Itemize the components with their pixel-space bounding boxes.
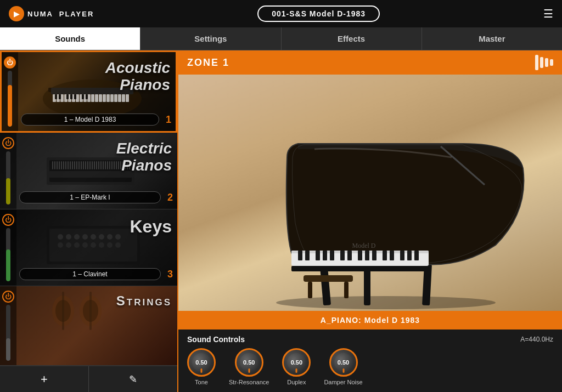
svg-rect-112: [305, 251, 310, 260]
damper-noise-knob[interactable]: 0.50: [329, 348, 358, 377]
svg-rect-120: [372, 251, 376, 260]
svg-point-81: [74, 242, 80, 248]
menu-button[interactable]: ☰: [543, 8, 553, 19]
svg-rect-29: [86, 94, 88, 99]
svg-rect-24: [59, 94, 61, 99]
svg-point-90: [82, 251, 88, 256]
card-1-zone: 1: [166, 114, 171, 126]
svg-rect-45: [78, 161, 80, 169]
svg-rect-57: [105, 161, 106, 169]
zone-bar-4: [550, 59, 553, 66]
svg-point-73: [74, 234, 80, 240]
svg-rect-37: [61, 161, 62, 169]
svg-point-91: [91, 251, 96, 256]
duplex-knob[interactable]: 0.50: [282, 348, 311, 377]
sound-card-3[interactable]: ⏻ Keys 1 – Clavinet 3: [0, 209, 177, 286]
svg-rect-97: [62, 292, 64, 330]
card-2-zone: 2: [167, 192, 173, 203]
svg-rect-115: [330, 251, 334, 260]
sound-controls-header: Sound Controls A=440.0Hz: [187, 335, 553, 344]
add-sound-button[interactable]: +: [0, 366, 89, 392]
card-2-preset: 1 – EP-Mark I: [19, 191, 161, 203]
svg-rect-51: [92, 161, 93, 169]
svg-rect-33: [52, 161, 53, 169]
sound-card-4[interactable]: ⏻ Strings: [0, 286, 177, 366]
card-2-level-fill: [6, 178, 10, 205]
svg-rect-125: [414, 251, 419, 260]
card-3-level-bar: [6, 228, 10, 281]
card-1-left-strip: ⏻: [2, 52, 18, 131]
svg-rect-52: [94, 161, 95, 169]
svg-point-83: [91, 242, 96, 248]
svg-rect-39: [65, 161, 66, 169]
sound-card-1[interactable]: ⏻ AcousticPianos 1 – Model D 1983 1: [0, 50, 177, 133]
edit-sound-button[interactable]: ✎: [89, 366, 177, 392]
card-3-left-strip: ⏻: [0, 209, 16, 286]
duplex-knob-label: Duplex: [287, 379, 306, 385]
str-resonance-knob[interactable]: 0.50: [235, 348, 263, 377]
svg-rect-126: [291, 266, 429, 271]
svg-rect-121: [383, 251, 387, 260]
logo-arrow: ▶: [9, 6, 24, 21]
card-3-power-button[interactable]: ⏻: [2, 214, 14, 226]
svg-rect-40: [68, 161, 69, 169]
svg-rect-25: [66, 94, 69, 99]
svg-rect-27: [74, 94, 76, 99]
svg-rect-36: [59, 161, 60, 169]
card-1-category: AcousticPianos: [105, 60, 170, 94]
tuning-label: A=440.0Hz: [520, 336, 553, 343]
svg-point-78: [115, 234, 121, 240]
svg-rect-113: [316, 251, 320, 260]
zone-bar-1: [535, 55, 538, 70]
svg-rect-53: [96, 161, 97, 169]
tab-effects[interactable]: Effects: [282, 27, 422, 50]
svg-rect-21: [122, 94, 125, 102]
card-4-level-fill: [6, 338, 10, 361]
zone-bar-2: [540, 57, 543, 68]
svg-rect-117: [347, 251, 352, 260]
svg-rect-46: [81, 161, 82, 169]
svg-point-79: [58, 242, 63, 248]
card-2-power-button[interactable]: ⏻: [2, 137, 14, 149]
piano-label: A_PIANO: Model D 1983: [178, 311, 562, 329]
svg-point-84: [99, 242, 104, 248]
svg-rect-60: [111, 161, 113, 169]
tab-settings[interactable]: Settings: [140, 27, 281, 50]
tab-master[interactable]: Master: [422, 27, 562, 50]
svg-rect-105: [304, 275, 353, 282]
svg-rect-111: [298, 251, 302, 260]
svg-rect-22: [126, 94, 129, 102]
sidebar-bottom: + ✎: [0, 366, 177, 392]
card-3-category: Keys: [130, 217, 172, 236]
knob-group-tone: 0.50 Tone: [187, 348, 216, 385]
logo-text: NUMA PLAYER: [27, 10, 94, 18]
sidebar: ⏻ AcousticPianos 1 – Model D 1983 1: [0, 50, 178, 392]
card-3-zone: 3: [167, 269, 173, 280]
card-1-power-button[interactable]: ⏻: [4, 56, 16, 69]
svg-rect-34: [54, 161, 55, 169]
svg-rect-55: [100, 161, 102, 169]
svg-point-86: [115, 242, 121, 248]
svg-rect-58: [107, 161, 108, 169]
sound-controls-title: Sound Controls: [187, 335, 245, 344]
card-4-left-strip: ⏻: [0, 286, 16, 365]
svg-rect-49: [87, 161, 88, 169]
card-4-power-button[interactable]: ⏻: [2, 291, 14, 303]
nav-tabs: Sounds Settings Effects Master: [0, 27, 562, 50]
svg-rect-43: [74, 161, 75, 169]
svg-rect-118: [358, 251, 362, 260]
card-2-left-strip: ⏻: [0, 133, 16, 209]
svg-rect-116: [340, 251, 345, 260]
svg-point-94: [115, 251, 121, 256]
svg-point-75: [91, 234, 96, 240]
svg-text:Model D: Model D: [352, 242, 375, 249]
tone-knob[interactable]: 0.50: [187, 348, 216, 377]
content-area: ZONE 1: [178, 50, 562, 392]
sound-card-2[interactable]: ⏻ ElectricPianos 1 – EP-Mark I 2: [0, 133, 177, 209]
preset-name-button[interactable]: 001-S&S Model D-1983: [257, 5, 380, 22]
main-layout: ⏻ AcousticPianos 1 – Model D 1983 1: [0, 50, 562, 392]
svg-rect-50: [89, 161, 91, 169]
tab-sounds[interactable]: Sounds: [0, 27, 140, 50]
app-player: PLAYER: [59, 10, 94, 18]
svg-rect-104: [364, 270, 370, 305]
